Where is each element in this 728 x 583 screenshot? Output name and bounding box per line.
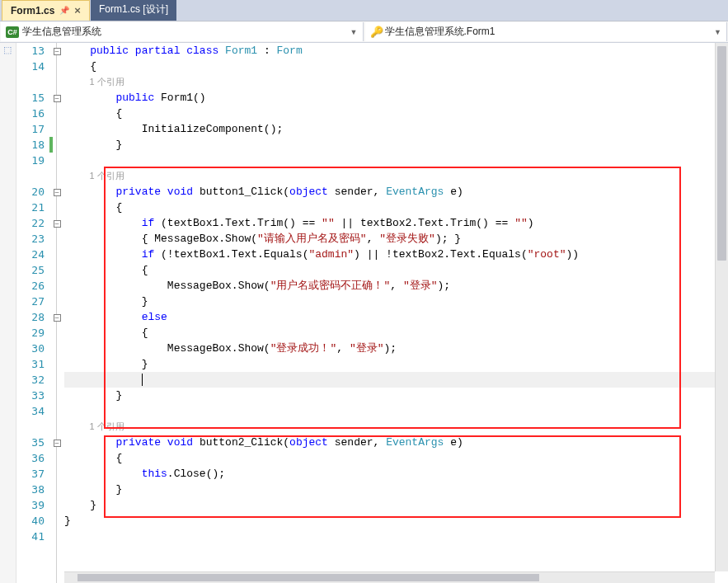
class-name: 学生信息管理系统.Form1 (385, 25, 496, 39)
line-number: 24 (16, 247, 45, 262)
line-number: 32 (16, 372, 45, 388)
tab-label: Form1.cs (11, 5, 54, 16)
codelens-references[interactable]: 1 个引用 (90, 421, 124, 431)
fold-toggle-icon[interactable]: − (54, 95, 61, 102)
line-number: 41 (16, 529, 45, 544)
line-number: 23 (16, 231, 45, 247)
line-number: 30 (16, 341, 45, 356)
line-number: 38 (16, 482, 45, 497)
line-number (16, 419, 45, 435)
line-number-gutter: 13 14 15 16 17 18 19 20 21 22 23 24 25 2… (16, 43, 49, 583)
outlining-margin[interactable]: − − − − − − (49, 43, 64, 583)
document-tabs: Form1.cs 📌 × Form1.cs [设计] (0, 0, 728, 21)
pin-icon[interactable]: 📌 (59, 6, 69, 15)
codelens-references[interactable]: 1 个引用 (90, 77, 124, 87)
fold-toggle-icon[interactable]: − (54, 220, 61, 228)
tab-form1-design[interactable]: Form1.cs [设计] (91, 0, 176, 21)
code-text-area[interactable]: public partial class Form1 : Form { 1 个引… (64, 43, 728, 583)
class-dropdown[interactable]: 🔑 学生信息管理系统.Form1 ▼ (365, 22, 728, 41)
csharp-project-icon: C# (6, 26, 19, 38)
line-number: 28 (16, 309, 45, 325)
line-number: 36 (16, 450, 45, 466)
indicator-margin: ⬚ (0, 43, 16, 583)
line-number: 40 (16, 513, 45, 529)
line-number: 14 (16, 59, 45, 74)
line-number: 15 (16, 90, 45, 106)
line-number: 31 (16, 356, 45, 372)
line-number (16, 74, 45, 90)
line-number: 37 (16, 466, 45, 482)
line-number: 18 (16, 137, 45, 153)
line-number: 26 (16, 278, 45, 294)
line-number: 25 (16, 262, 45, 278)
line-number: 29 (16, 325, 45, 341)
fold-toggle-icon[interactable]: − (54, 440, 61, 447)
fold-toggle-icon[interactable]: − (54, 314, 61, 322)
class-icon: 🔑 (370, 26, 382, 38)
method-glyph-icon: ⬚ (2, 45, 13, 55)
tab-form1-cs[interactable]: Form1.cs 📌 × (2, 0, 90, 21)
line-number: 22 (16, 215, 45, 231)
line-number: 39 (16, 497, 45, 513)
line-number (16, 168, 45, 184)
codelens-references[interactable]: 1 个引用 (90, 171, 124, 181)
scroll-thumb[interactable] (717, 46, 726, 261)
nav-bar: C# 学生信息管理系统 ▼ 🔑 学生信息管理系统.Form1 ▼ (0, 21, 728, 43)
text-cursor (142, 374, 143, 386)
tab-label: Form1.cs [设计] (99, 2, 168, 16)
line-number: 20 (16, 184, 45, 200)
scroll-thumb[interactable] (77, 574, 539, 581)
fold-toggle-icon[interactable]: − (54, 189, 61, 196)
namespace-name: 学生信息管理系统 (22, 25, 101, 39)
line-number: 21 (16, 200, 45, 215)
change-marker (49, 137, 53, 153)
code-editor[interactable]: ⬚ 13 14 15 16 17 18 19 20 21 22 23 24 25… (0, 43, 728, 583)
line-number: 27 (16, 294, 45, 309)
chevron-down-icon: ▼ (714, 28, 721, 36)
close-icon[interactable]: × (74, 4, 81, 16)
line-number: 17 (16, 121, 45, 137)
line-number: 16 (16, 106, 45, 121)
line-number: 13 (16, 43, 45, 59)
fold-toggle-icon[interactable]: − (54, 48, 61, 55)
line-number: 19 (16, 153, 45, 168)
namespace-dropdown[interactable]: C# 学生信息管理系统 ▼ (1, 22, 364, 41)
vertical-scrollbar[interactable] (715, 43, 728, 571)
line-number: 35 (16, 435, 45, 450)
chevron-down-icon: ▼ (350, 28, 358, 36)
horizontal-scrollbar[interactable] (64, 571, 715, 583)
line-number: 33 (16, 388, 45, 403)
line-number: 34 (16, 403, 45, 419)
